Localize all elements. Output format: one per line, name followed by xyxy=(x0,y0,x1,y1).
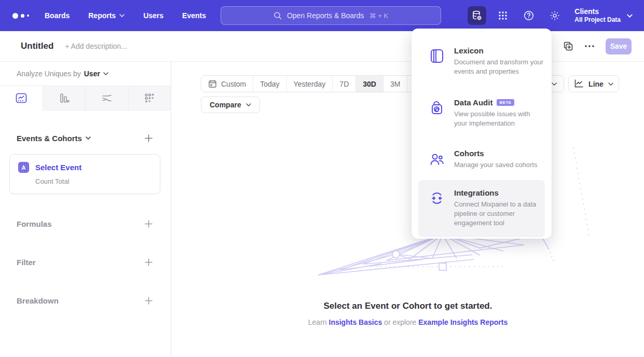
nav-users[interactable]: Users xyxy=(143,11,163,20)
menu-item-lexicon[interactable]: Lexicon Document and transform your even… xyxy=(418,42,545,80)
chevron-down-icon xyxy=(119,14,125,17)
menu-item-data-audit[interactable]: Data Audit BETA View possible issues wit… xyxy=(418,94,545,132)
analyze-by-dropdown[interactable]: User xyxy=(84,70,108,78)
project-selector[interactable]: Clients All Project Data xyxy=(574,7,633,24)
analyze-label: Analyze Uniques by xyxy=(17,70,81,78)
menu-item-integrations[interactable]: Integrations Connect Mixpanel to a data … xyxy=(418,180,545,237)
filter-section: Filter xyxy=(0,256,171,268)
events-cohorts-header: Events & Cohorts xyxy=(0,132,171,144)
data-management-button[interactable] xyxy=(468,6,486,25)
lexicon-book-icon xyxy=(420,46,454,64)
chevron-down-icon xyxy=(608,83,613,86)
date-today[interactable]: Today xyxy=(253,76,286,92)
settings-button[interactable] xyxy=(545,6,564,25)
insights-basics-link[interactable]: Insights Basics xyxy=(329,318,382,326)
project-name: Clients xyxy=(574,7,621,17)
chevron-down-icon xyxy=(552,83,557,86)
nav-events[interactable]: Events xyxy=(182,11,206,20)
plus-icon xyxy=(145,220,153,228)
filter-label: Filter xyxy=(17,258,36,267)
cohorts-people-icon xyxy=(420,149,454,167)
events-cohorts-dropdown[interactable]: Events & Cohorts xyxy=(17,134,91,143)
query-builder-sidebar: Analyze Uniques by User xyxy=(0,62,171,357)
tab-insights-line[interactable] xyxy=(0,86,43,111)
data-management-menu: Lexicon Document and transform your even… xyxy=(412,29,552,239)
search-placeholder: Open Reports & Boards xyxy=(287,11,364,20)
mixpanel-logo[interactable] xyxy=(12,0,29,31)
chart-area: Custom Today Yesterday 7D 30D 3M 6M Comp… xyxy=(172,62,644,357)
date-yesterday[interactable]: Yesterday xyxy=(287,76,333,92)
menu-item-cohorts[interactable]: Cohorts Manage your saved cohorts xyxy=(418,145,545,174)
line-chart-icon xyxy=(15,92,28,104)
example-insights-reports-link[interactable]: Example Insights Reports xyxy=(418,318,508,326)
chevron-down-icon xyxy=(246,103,251,106)
report-title[interactable]: Untitled xyxy=(21,41,53,51)
duplicate-icon xyxy=(563,41,573,51)
event-aggregation[interactable]: Count Total xyxy=(35,177,152,185)
analyze-row: Analyze Uniques by User xyxy=(0,62,171,86)
breakdown-label: Breakdown xyxy=(17,296,59,305)
formulas-label: Formulas xyxy=(17,219,52,228)
beta-badge: BETA xyxy=(497,99,514,106)
tab-flows[interactable] xyxy=(86,86,129,111)
tab-bar-chart[interactable] xyxy=(43,86,86,111)
top-navbar: Boards Reports Users Events Open Reports… xyxy=(0,0,644,31)
more-options-icon xyxy=(585,45,594,47)
chart-style-dropdown[interactable]: Line xyxy=(568,75,619,92)
compare-dropdown[interactable]: Compare xyxy=(201,97,260,113)
date-30d[interactable]: 30D xyxy=(356,76,383,92)
bar-chart-icon xyxy=(58,92,70,104)
add-formula-button[interactable] xyxy=(143,218,154,229)
chart-type-tabs xyxy=(0,86,171,111)
nav-reports[interactable]: Reports xyxy=(88,11,125,20)
event-series-badge: A xyxy=(18,162,29,173)
global-search-input[interactable]: Open Reports & Boards ⌘ + K xyxy=(221,6,441,25)
report-description-placeholder[interactable]: + Add description... xyxy=(65,42,127,50)
project-scope: All Project Data xyxy=(574,16,621,24)
date-7d[interactable]: 7D xyxy=(333,76,356,92)
more-options-button[interactable] xyxy=(585,45,594,47)
nav-boards[interactable]: Boards xyxy=(45,11,70,20)
database-gear-icon xyxy=(471,10,483,21)
empty-state-title: Select an Event or Cohort to get started… xyxy=(172,301,644,311)
plus-icon xyxy=(145,297,153,305)
breakdown-section: Breakdown xyxy=(0,295,171,306)
question-circle-icon xyxy=(523,10,535,21)
data-audit-icon xyxy=(420,98,454,116)
plus-icon xyxy=(145,134,153,142)
save-button[interactable]: Save xyxy=(606,38,632,54)
integrations-sync-icon xyxy=(420,188,454,207)
line-style-icon xyxy=(574,79,584,88)
date-3m[interactable]: 3M xyxy=(383,76,407,92)
select-event-label[interactable]: Select Event xyxy=(35,163,81,172)
dots-grid-icon xyxy=(143,92,156,104)
date-range-control: Custom Today Yesterday 7D 30D 3M 6M xyxy=(201,75,432,92)
add-breakdown-button[interactable] xyxy=(143,295,154,306)
event-card[interactable]: A Select Event Count Total xyxy=(9,154,160,194)
date-custom[interactable]: Custom xyxy=(201,76,253,92)
add-event-button[interactable] xyxy=(143,132,154,144)
formulas-section: Formulas xyxy=(0,218,171,229)
help-button[interactable] xyxy=(519,6,538,25)
chevron-down-icon xyxy=(86,136,91,140)
empty-state-subtitle: Learn Insights Basics or explore Example… xyxy=(172,318,644,326)
plus-icon xyxy=(145,258,153,266)
calendar-icon xyxy=(208,79,217,88)
gear-icon xyxy=(549,10,560,21)
apps-grid-button[interactable] xyxy=(494,6,512,25)
tab-retention[interactable] xyxy=(129,86,171,111)
flows-icon xyxy=(100,92,114,104)
search-icon xyxy=(273,11,282,20)
grid-dots-icon xyxy=(498,10,508,21)
duplicate-button[interactable] xyxy=(563,41,573,51)
chevron-down-icon xyxy=(627,14,633,18)
search-shortcut: ⌘ + K xyxy=(369,12,389,20)
add-filter-button[interactable] xyxy=(143,256,154,268)
chevron-down-icon xyxy=(103,72,108,75)
